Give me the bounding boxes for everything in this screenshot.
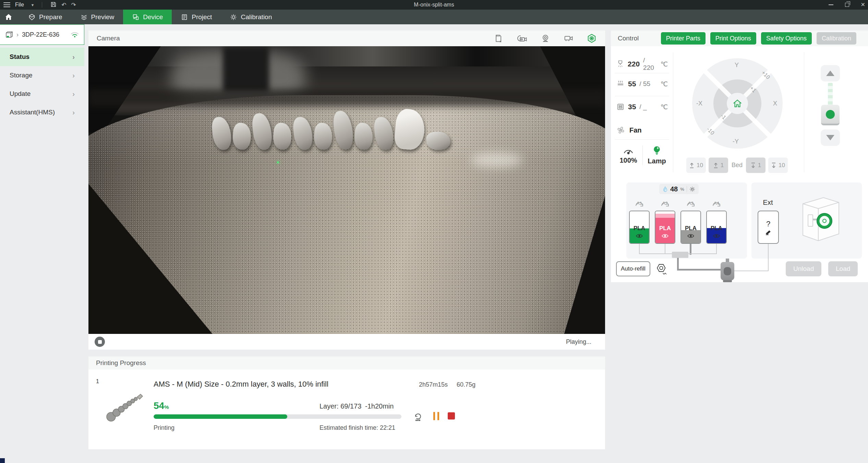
home-tab[interactable]	[0, 10, 17, 24]
camera-feed[interactable]	[88, 46, 605, 334]
load-button[interactable]: Load	[828, 261, 858, 276]
divider	[42, 2, 42, 8]
slot-a4-refresh-icon[interactable]: A4	[709, 198, 724, 209]
printer-name: 3DP-22E-636	[22, 31, 67, 38]
file-menu[interactable]: File	[15, 2, 24, 8]
unload-button[interactable]: Unload	[786, 261, 821, 276]
save-icon[interactable]	[50, 1, 57, 9]
undo-icon[interactable]: ↶	[61, 2, 66, 8]
sidebar-item-assistant[interactable]: Assistant(HMS)›	[0, 103, 84, 122]
job-title: AMS - M (Mid) Size - 0.2mm layer, 3 wall…	[154, 380, 328, 389]
eye-icon	[681, 234, 700, 238]
calibration-button[interactable]: Calibration	[817, 32, 856, 45]
window-title: M-onix-split-ams	[0, 0, 868, 10]
project-icon	[181, 13, 188, 21]
chevron-right-icon: ›	[72, 53, 75, 61]
pause-button[interactable]	[433, 412, 441, 420]
extruder-extrude-button[interactable]	[821, 129, 840, 146]
progress-bar	[154, 414, 401, 419]
filament-tube	[828, 83, 833, 105]
extruder-graphic	[821, 105, 840, 125]
restore-button[interactable]	[845, 3, 849, 7]
label-y-minus: -Y	[733, 138, 739, 145]
minimize-button[interactable]	[829, 4, 833, 5]
ams-slot-a3[interactable]: PLA	[680, 211, 701, 244]
calibration-icon	[230, 13, 237, 21]
webcam-icon[interactable]	[541, 34, 550, 43]
bed-down-10-button[interactable]: 10	[768, 158, 788, 173]
safety-options-button[interactable]: Safety Options	[761, 32, 812, 45]
gauge-icon	[623, 146, 634, 154]
sidebar-item-update[interactable]: Update›	[0, 85, 84, 103]
svg-text:A3: A3	[688, 201, 694, 206]
tab-prepare[interactable]: Prepare	[19, 10, 71, 24]
drying-sun-icon	[689, 186, 695, 192]
printer-selector[interactable]: › 3DP-22E-636	[0, 24, 84, 45]
print-options-button[interactable]: Print Options	[710, 32, 756, 45]
redo-icon[interactable]: ↷	[71, 2, 76, 8]
tab-project[interactable]: Project	[172, 10, 221, 24]
nozzle-temp[interactable]: 220 / 220 ℃	[616, 57, 668, 72]
ams-slot-a2[interactable]: PLA	[655, 211, 675, 244]
menu-icon[interactable]	[3, 2, 10, 7]
sidebar-item-storage[interactable]: Storage›	[0, 66, 84, 85]
bed-down-1-button[interactable]: 1	[746, 158, 765, 173]
eye-icon	[630, 234, 649, 238]
ams-slot-a1[interactable]: PLA	[629, 211, 650, 244]
edit-pencil-icon[interactable]	[765, 230, 771, 235]
auto-refill-button[interactable]: Auto-refill	[616, 261, 650, 276]
record-button[interactable]	[95, 337, 105, 347]
close-button[interactable]: ✕	[861, 2, 865, 8]
lamp-icon	[652, 146, 661, 155]
video-camera-icon[interactable]	[563, 34, 574, 43]
ext-label: Ext	[757, 199, 779, 207]
job-weight: 60.75g	[457, 381, 475, 388]
camera-title: Camera	[97, 35, 120, 42]
ams-slot-a4[interactable]: PLA	[706, 211, 727, 244]
sidebar-item-status[interactable]: Status›	[0, 48, 84, 66]
bed-move-row: 10 1 Bed 1 10	[686, 158, 788, 173]
home-xy-button[interactable]	[727, 93, 748, 114]
lamp-toggle[interactable]: Lamp	[642, 146, 671, 165]
svg-text:A4: A4	[714, 201, 719, 206]
monitoring-settings-icon[interactable]	[587, 33, 597, 43]
timelapse-icon[interactable]	[516, 34, 528, 43]
prepare-icon	[28, 13, 36, 21]
printer-parts-button[interactable]: Printer Parts	[661, 32, 706, 45]
chevron-down-icon[interactable]: ▾	[32, 2, 34, 8]
ext-slot[interactable]: ?	[758, 211, 779, 244]
bed-temp[interactable]: 55 / 55 ℃	[616, 79, 668, 88]
printing-progress-body: 1 AMS - M (Mid) Size - 0.2mm layer, 3 wa…	[88, 370, 605, 449]
chevron-right-icon: ›	[72, 109, 75, 116]
ams-humidity[interactable]: 48 %	[659, 184, 699, 194]
resend-icon[interactable]	[413, 411, 423, 423]
stop-button[interactable]	[448, 412, 455, 420]
home-icon	[4, 13, 13, 21]
titlebar: File ▾ ↶ ↷ M-onix-split-ams ✕	[0, 0, 868, 10]
fan-speed-control[interactable]: 100%	[614, 146, 642, 165]
filament-settings-icon[interactable]	[655, 262, 668, 278]
bed-up-1-button[interactable]: 1	[709, 158, 728, 173]
extruder-control	[820, 65, 841, 146]
bed-up-10-button[interactable]: 10	[686, 158, 706, 173]
fan-speed-value: 100%	[619, 157, 637, 164]
bed-label: Bed	[731, 162, 743, 169]
label-y-plus: Y	[735, 62, 739, 69]
printing-progress-header: Printing Progress	[88, 356, 605, 370]
extruder-retract-button[interactable]	[821, 65, 840, 82]
tab-device[interactable]: Device	[123, 10, 172, 24]
chamber-temp[interactable]: 35 / _ ℃	[616, 102, 668, 111]
slot-a1-refresh-icon[interactable]: A1	[632, 198, 647, 209]
job-status: Printing	[154, 424, 174, 431]
xy-move-pad[interactable]: Y -Y X -X +10 +1 -1 -10	[692, 58, 783, 149]
tab-preview[interactable]: Preview	[71, 10, 123, 24]
slot-a2-refresh-icon[interactable]: A2	[658, 198, 673, 209]
home-icon	[732, 98, 743, 109]
slot-a3-refresh-icon[interactable]: A3	[683, 198, 698, 209]
chevron-right-icon: ›	[16, 31, 19, 38]
tab-calibration[interactable]: Calibration	[221, 10, 281, 24]
chevron-right-icon: ›	[72, 72, 75, 79]
fan-section: Fan	[616, 126, 642, 135]
humidity-drop-icon	[663, 186, 668, 192]
sdcard-icon[interactable]	[493, 34, 503, 43]
